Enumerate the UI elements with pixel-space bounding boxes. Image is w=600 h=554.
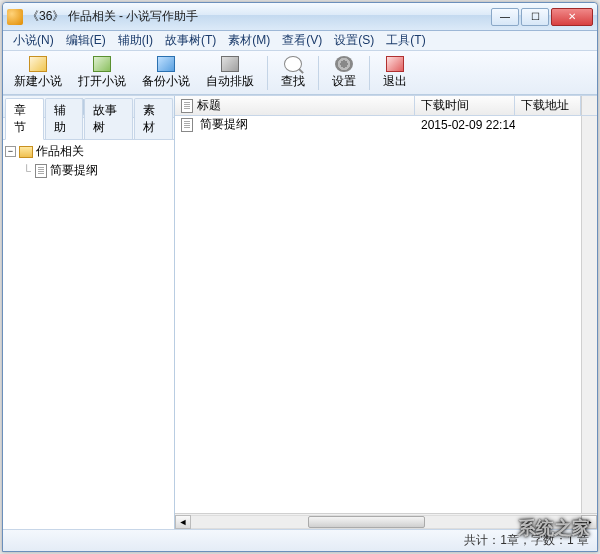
new-icon <box>29 56 47 72</box>
list-row[interactable]: 简要提纲 2015-02-09 22:14 <box>175 116 581 134</box>
open-icon <box>93 56 111 72</box>
statusbar: 共计：1章，字数：1 章 <box>3 529 597 551</box>
close-button[interactable] <box>551 8 593 26</box>
toolbar: 新建小说 打开小说 备份小说 自动排版 查找 设置 退出 <box>3 51 597 95</box>
scroll-thumb[interactable] <box>308 516 425 528</box>
menu-material[interactable]: 素材(M) <box>222 32 276 49</box>
new-novel-button[interactable]: 新建小说 <box>7 53 69 93</box>
menu-novel[interactable]: 小说(N) <box>7 32 60 49</box>
scroll-left-button[interactable]: ◄ <box>175 515 191 529</box>
search-icon <box>284 56 302 72</box>
tab-material[interactable]: 素材 <box>134 98 173 139</box>
scroll-right-button[interactable]: ► <box>581 515 597 529</box>
maximize-button[interactable] <box>521 8 549 26</box>
tree-root-node[interactable]: − 作品相关 <box>5 142 172 161</box>
left-tab-strip: 章节 辅助 故事树 素材 <box>3 118 174 140</box>
find-button[interactable]: 查找 <box>274 53 312 93</box>
tab-chapter[interactable]: 章节 <box>5 98 44 140</box>
cell-time: 2015-02-09 22:14 <box>415 117 515 133</box>
document-icon <box>181 118 193 132</box>
document-icon <box>35 164 47 178</box>
vertical-scrollbar[interactable] <box>581 116 597 513</box>
toolbar-separator <box>267 56 268 90</box>
scroll-track[interactable] <box>191 515 581 529</box>
toolbar-label: 新建小说 <box>14 73 62 90</box>
toolbar-label: 设置 <box>332 73 356 90</box>
document-icon <box>181 99 193 113</box>
minimize-button[interactable] <box>491 8 519 26</box>
toolbar-label: 退出 <box>383 73 407 90</box>
toolbar-separator <box>318 56 319 90</box>
tree-node-label: 作品相关 <box>36 143 84 160</box>
tree-branch-icon: └ <box>21 164 32 178</box>
tree-collapse-icon[interactable]: − <box>5 146 16 157</box>
tree-node-label: 简要提纲 <box>50 162 98 179</box>
column-header-time[interactable]: 下载时间 <box>415 96 515 115</box>
folder-icon <box>19 146 33 158</box>
exit-icon <box>386 56 404 72</box>
window-controls <box>491 8 593 26</box>
window-title: 《36》 作品相关 - 小说写作助手 <box>27 8 491 25</box>
application-window: 《36》 作品相关 - 小说写作助手 小说(N) 编辑(E) 辅助(I) 故事树… <box>2 2 598 552</box>
status-text: 共计：1章，字数：1 章 <box>464 532 589 549</box>
column-label: 标题 <box>197 97 221 114</box>
menu-storytree[interactable]: 故事树(T) <box>159 32 222 49</box>
toolbar-separator <box>369 56 370 90</box>
settings-button[interactable]: 设置 <box>325 53 363 93</box>
toolbar-label: 自动排版 <box>206 73 254 90</box>
menubar: 小说(N) 编辑(E) 辅助(I) 故事树(T) 素材(M) 查看(V) 设置(… <box>3 31 597 51</box>
column-header-url[interactable]: 下载地址 <box>515 96 581 115</box>
tree-child-node[interactable]: └ 简要提纲 <box>5 161 172 180</box>
left-panel: 章节 辅助 故事树 素材 − 作品相关 └ 简要提纲 <box>3 96 175 529</box>
list-body: 简要提纲 2015-02-09 22:14 <box>175 116 581 513</box>
toolbar-label: 查找 <box>281 73 305 90</box>
tab-storytree[interactable]: 故事树 <box>84 98 133 139</box>
gear-icon <box>335 56 353 72</box>
horizontal-scrollbar[interactable]: ◄ ► <box>175 513 597 529</box>
app-icon <box>7 9 23 25</box>
titlebar[interactable]: 《36》 作品相关 - 小说写作助手 <box>3 3 597 31</box>
backup-icon <box>157 56 175 72</box>
cell-title: 简要提纲 <box>200 116 248 133</box>
menu-edit[interactable]: 编辑(E) <box>60 32 112 49</box>
toolbar-label: 备份小说 <box>142 73 190 90</box>
open-novel-button[interactable]: 打开小说 <box>71 53 133 93</box>
auto-format-button[interactable]: 自动排版 <box>199 53 261 93</box>
column-header-title[interactable]: 标题 <box>175 96 415 115</box>
chapter-tree: − 作品相关 └ 简要提纲 <box>3 140 174 529</box>
tab-assist[interactable]: 辅助 <box>45 98 84 139</box>
backup-novel-button[interactable]: 备份小说 <box>135 53 197 93</box>
auto-format-icon <box>221 56 239 72</box>
menu-tools[interactable]: 工具(T) <box>380 32 431 49</box>
toolbar-label: 打开小说 <box>78 73 126 90</box>
list-header: 标题 下载时间 下载地址 <box>175 96 597 116</box>
cell-url <box>515 124 581 126</box>
body-area: 章节 辅助 故事树 素材 − 作品相关 └ 简要提纲 <box>3 95 597 529</box>
menu-assist[interactable]: 辅助(I) <box>112 32 159 49</box>
vertical-scrollbar[interactable] <box>581 96 597 115</box>
menu-view[interactable]: 查看(V) <box>276 32 328 49</box>
menu-settings[interactable]: 设置(S) <box>328 32 380 49</box>
exit-button[interactable]: 退出 <box>376 53 414 93</box>
list-panel: 标题 下载时间 下载地址 简要提纲 2015-02-09 22:14 <box>175 96 597 529</box>
